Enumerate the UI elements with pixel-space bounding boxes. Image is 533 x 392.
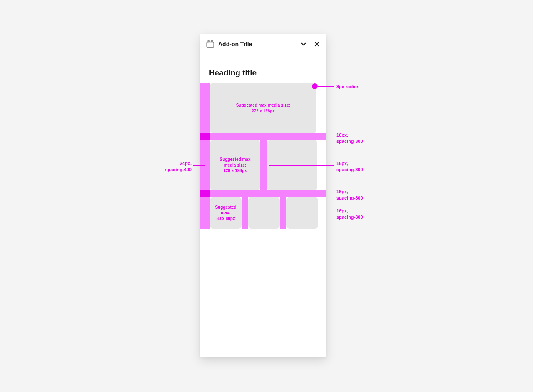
media-card-half-line1: Suggested max (220, 157, 251, 162)
media-card-full-line1: Suggested max media size: (236, 102, 291, 108)
plugin-icon (206, 40, 215, 49)
close-button[interactable] (311, 39, 322, 50)
annotation-row-gap-2: 16px, spacing-300 (336, 189, 363, 201)
media-card-third-line3: 80 x 80px (216, 216, 235, 222)
annotation-line-outer-margin (193, 165, 205, 166)
addon-panel: Add-on Title Heading title Suggested max (200, 34, 326, 357)
annotation-outer-margin: 24px, spacing-400 (150, 160, 192, 173)
highlight-col-gap-half (260, 140, 267, 190)
annotation-radius: 8px radius (336, 84, 359, 90)
highlight-row-gap-1 (200, 133, 326, 140)
highlight-overlap-2 (200, 190, 210, 197)
radius-indicator-dot (312, 83, 318, 89)
annotation-line-row-gap-2 (314, 194, 334, 194)
highlight-overlap-1 (200, 133, 210, 140)
heading-title: Heading title (209, 68, 257, 77)
panel-header: Add-on Title (200, 34, 326, 54)
diagram-stage: Add-on Title Heading title Suggested max (0, 0, 533, 392)
annotation-line-row-gap-1 (314, 137, 334, 137)
chevron-down-icon (301, 42, 306, 47)
media-card-half-line3: 128 x 128px (223, 168, 247, 174)
annotation-line-col-gap-half (269, 165, 334, 166)
media-card-half-line2: media size: (224, 162, 247, 168)
highlight-outer-margin-left (200, 83, 210, 229)
annotation-col-gap-half: 16px, spacing-300 (336, 160, 363, 173)
minimize-button[interactable] (298, 39, 309, 50)
svg-rect-2 (211, 40, 212, 42)
media-card-third-line1: Suggested (215, 205, 236, 210)
annotation-line-radius (318, 86, 334, 87)
media-card-third-line2: max: (221, 210, 230, 216)
annotation-col-gap-third: 16px, spacing-300 (336, 208, 363, 220)
highlight-col-gap-third-1 (242, 197, 248, 229)
svg-rect-0 (207, 42, 214, 47)
panel-title: Add-on Title (218, 41, 296, 47)
media-card-third-2 (248, 197, 280, 229)
media-card-full-line2: 272 x 128px (252, 108, 275, 114)
svg-rect-1 (208, 40, 209, 42)
highlight-row-gap-2 (200, 190, 326, 197)
close-icon (314, 42, 319, 47)
annotation-line-col-gap-third (285, 213, 334, 213)
media-card-full: Suggested max media size: 272 x 128px (210, 83, 316, 133)
media-card-third-1: Suggested max: 80 x 80px (210, 197, 242, 229)
media-card-half-1: Suggested max media size: 128 x 128px (210, 140, 260, 190)
annotation-row-gap-1: 16px, spacing-300 (336, 132, 363, 145)
